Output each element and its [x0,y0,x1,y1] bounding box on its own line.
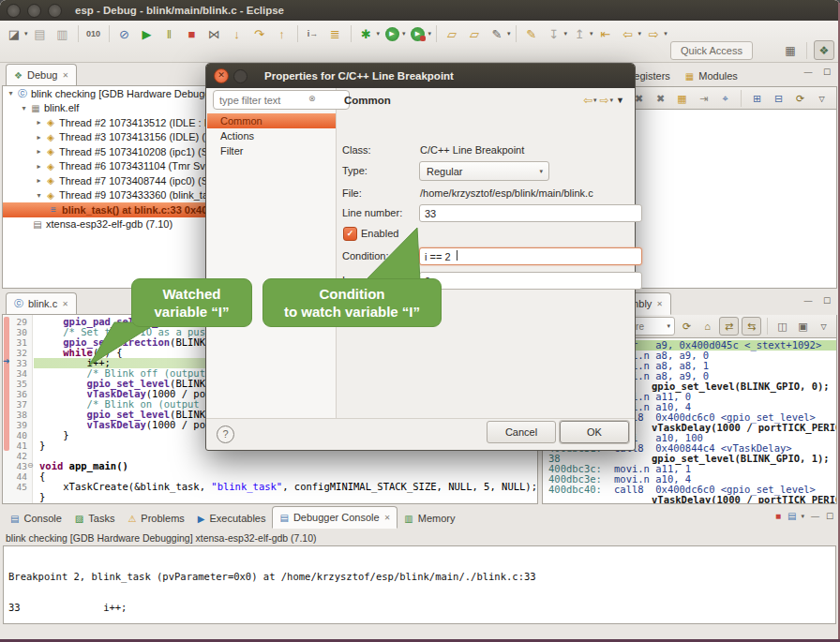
tab-tasks[interactable]: ▨ Tasks [68,508,122,529]
clear-filter-icon[interactable]: ⊗ [308,94,316,103]
close-icon[interactable]: ✕ [384,514,391,522]
step-into-icon[interactable]: ↓ [227,24,248,43]
maximize-icon[interactable]: ☐ [820,67,833,77]
condition-field[interactable] [419,247,642,265]
maximize-icon[interactable]: ☐ [820,296,833,306]
flash-binary-icon[interactable]: 010 [83,24,104,43]
terminate-icon[interactable]: ■ [182,24,202,43]
show-details-icon[interactable]: ▦ [673,90,691,107]
minimize-icon[interactable]: — [811,512,819,521]
step-over-icon[interactable]: ↷ [249,24,270,43]
type-select[interactable]: Regular ▾ [419,161,549,181]
twisty-icon[interactable]: ▾ [19,104,29,112]
chevron-down-icon[interactable]: ▾ [507,30,511,37]
open-new-view-icon[interactable]: ◫ [773,318,791,335]
show-source-icon[interactable]: ⇆ [742,317,761,336]
save-icon[interactable]: ▤ [30,24,51,43]
pin-view-icon[interactable]: ▣ [794,318,812,335]
close-icon[interactable]: ✕ [62,71,68,80]
external-tools-icon[interactable]: ▶ [411,27,425,41]
display-selected-console-icon[interactable]: ▤ [788,511,796,521]
remove-all-registers-icon[interactable]: ✖ [652,90,669,107]
twisty-icon[interactable]: ▸ [34,147,44,156]
refresh-view-icon[interactable]: ⟳ [678,318,696,335]
restore-default-groups-icon[interactable]: ⟳ [791,90,809,107]
cancel-button[interactable]: Cancel [487,421,556,443]
back-icon[interactable]: ⇦ [618,24,638,43]
next-annotation-icon[interactable]: ↧ [544,24,564,43]
help-button[interactable]: ? [217,426,234,443]
instruction-stepping-icon[interactable]: i→ [303,24,323,43]
previous-annotation-icon[interactable]: ↥ [569,24,590,43]
console-output[interactable]: Breakpoint 2, blink_task (pvParameter=0x… [3,545,836,624]
twisty-icon[interactable]: ▾ [6,89,16,97]
tab-memory[interactable]: ▥ Memory [398,508,461,529]
disconnect-icon[interactable]: ⋈ [204,24,225,43]
nav-item-common[interactable]: Common [207,113,336,128]
chevron-down-icon[interactable]: ▾ [377,30,381,37]
chevron-down-icon[interactable]: ▾ [610,97,614,104]
sync-with-stack-icon[interactable]: ⇄ [719,317,739,336]
window-close-icon[interactable] [7,4,21,18]
open-folder-icon[interactable]: ▱ [442,24,462,43]
window-minimize-icon[interactable] [27,4,41,18]
suspend-icon[interactable]: ‖ [159,24,180,43]
line-number-field[interactable] [419,204,642,222]
ignore-count-field[interactable] [419,272,642,290]
pin-icon[interactable]: ⌖ [716,90,734,107]
ok-button[interactable]: OK [560,421,629,443]
tab-debugger-console[interactable]: ▤ Debugger Console ✕ [272,506,398,529]
tab-modules[interactable]: ▦ Modules [678,66,745,86]
open-type-icon[interactable]: ▱ [464,24,485,43]
chevron-down-icon[interactable]: ▾ [590,30,593,37]
twisty-icon[interactable]: ▾ [34,191,44,200]
twisty-icon[interactable]: ▸ [34,176,44,185]
close-icon[interactable]: ✕ [62,300,68,308]
chevron-down-icon[interactable]: ▾ [638,30,642,37]
forward-icon[interactable]: ⇨ [643,24,664,43]
run-icon[interactable]: ▶ [385,27,399,41]
minimize-icon[interactable]: — [802,67,815,77]
quick-access-button[interactable]: Quick Access [670,41,753,60]
debug-perspective-icon[interactable]: ❖ [814,40,834,60]
view-menu-icon[interactable]: ▼ [616,96,624,105]
new-element-icon[interactable]: ✎ [487,24,507,43]
maximize-icon[interactable]: ☐ [826,512,833,521]
twisty-icon[interactable]: ▸ [34,162,44,171]
debug-icon[interactable]: ✱ [356,24,377,43]
window-maximize-icon[interactable] [48,4,62,18]
tab-blink-c[interactable]: ⓒ blink.c ✕ [6,292,77,315]
chevron-down-icon[interactable]: ▾ [667,322,670,330]
chevron-down-icon[interactable]: ▾ [593,97,597,104]
dialog-close-icon[interactable]: ✕ [214,68,229,83]
chevron-down-icon[interactable]: ▾ [664,30,668,37]
tab-problems[interactable]: ⚠ Problems [121,508,190,529]
tab-console[interactable]: ▤ Console [4,508,68,529]
tab-executables[interactable]: ▶ Executables [191,508,273,529]
skip-all-breakpoints-icon[interactable]: ⊘ [114,24,135,43]
chevron-down-icon[interactable]: ▾ [428,30,432,37]
view-menu-icon[interactable]: ▽ [813,90,831,107]
nav-item-filter[interactable]: Filter [207,143,336,158]
last-edit-location-icon[interactable]: ⇤ [595,24,616,43]
nav-item-actions[interactable]: Actions [207,128,336,143]
filter-input[interactable] [213,90,350,110]
enabled-checkbox[interactable]: ✓ [343,227,357,241]
twisty-icon[interactable]: ▸ [34,133,44,142]
chevron-down-icon[interactable]: ▾ [564,30,568,37]
twisty-icon[interactable]: ▸ [34,118,44,127]
home-icon[interactable]: ⌂ [698,318,716,335]
tab-debug[interactable]: ❖ Debug ✕ [6,64,77,86]
view-menu-icon[interactable]: ▽ [815,318,832,335]
resume-icon[interactable]: ▶ [137,24,158,43]
open-perspective-icon[interactable]: ▦ [781,41,800,59]
dialog-maximize-icon[interactable] [233,69,248,83]
export-registers-icon[interactable]: ⇥ [695,90,712,107]
back-icon[interactable]: ⇦ [583,94,592,107]
step-return-icon[interactable]: ↑ [272,24,292,43]
save-all-icon[interactable]: ▥ [52,24,73,43]
close-icon[interactable]: ✕ [656,300,663,308]
terminate-console-icon[interactable]: ■ [775,511,781,521]
chevron-down-icon[interactable]: ▾ [801,513,804,520]
chevron-down-icon[interactable]: ▾ [24,30,28,37]
